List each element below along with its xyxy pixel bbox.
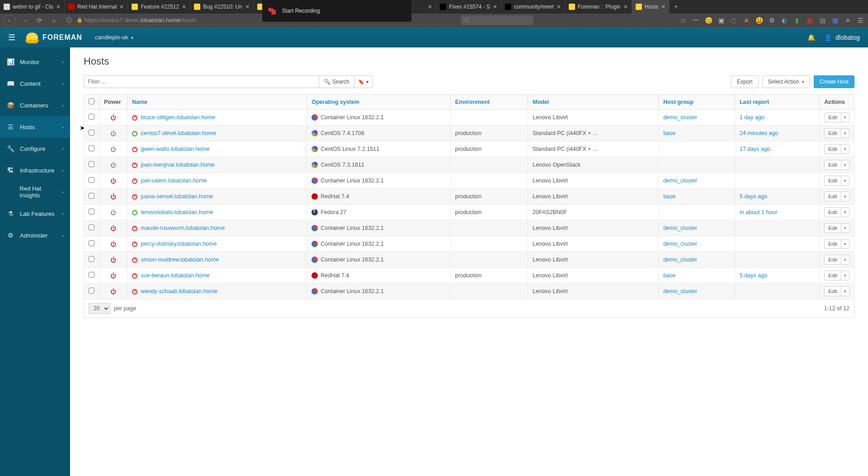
- col-os[interactable]: Operating system: [307, 95, 451, 110]
- power-icon[interactable]: ⏻: [110, 114, 116, 121]
- col-model[interactable]: Model: [528, 95, 659, 110]
- host-name-link[interactable]: gwen-walto.lobatolan.home: [141, 146, 209, 152]
- per-page-select[interactable]: 20: [89, 303, 110, 314]
- ext-icon-3[interactable]: ▣: [717, 16, 725, 24]
- row-checkbox[interactable]: [89, 209, 94, 215]
- sidebar-item-red-hat-insights[interactable]: Red Hat Insights›: [0, 181, 70, 203]
- ext-icon-9[interactable]: ▮: [793, 16, 801, 24]
- power-icon[interactable]: ⏻: [110, 288, 116, 295]
- col-hostgroup[interactable]: Host group: [659, 95, 735, 110]
- browser-tab[interactable]: Fixes #15574 - S✕: [436, 0, 501, 14]
- ext-icon-8[interactable]: ◐: [780, 16, 788, 24]
- back-button[interactable]: ←: [4, 14, 15, 26]
- browser-tab[interactable]: Foreman :: Plugin✕: [565, 0, 632, 14]
- browser-tab[interactable]: Hosts✕: [632, 0, 670, 14]
- reload-button[interactable]: ⟳: [34, 15, 44, 25]
- edit-button[interactable]: Edit: [824, 112, 841, 122]
- host-name-link[interactable]: wendy-schaab.lobatolan.home: [141, 288, 217, 294]
- host-name-link[interactable]: lenovolobato.lobatolan.home: [141, 209, 213, 215]
- row-checkbox[interactable]: [89, 288, 94, 294]
- ext-icon-13[interactable]: ≡: [844, 16, 852, 24]
- hostgroup-link[interactable]: base: [663, 130, 675, 136]
- close-icon[interactable]: ✕: [182, 4, 186, 10]
- edit-dropdown[interactable]: ▾: [841, 112, 849, 122]
- host-name-link[interactable]: percy-dolinsky.lobatolan.home: [141, 241, 217, 247]
- edit-dropdown[interactable]: ▾: [841, 286, 849, 296]
- edit-dropdown[interactable]: ▾: [841, 223, 849, 233]
- hostgroup-link[interactable]: demo_cluster: [663, 114, 697, 121]
- edit-dropdown[interactable]: ▾: [841, 255, 849, 265]
- power-icon[interactable]: ⏻: [110, 225, 116, 232]
- edit-button[interactable]: Edit: [824, 207, 841, 217]
- user-menu[interactable]: 👤 dlobatog: [824, 34, 860, 41]
- col-env[interactable]: Environment: [450, 95, 528, 110]
- row-checkbox[interactable]: [89, 272, 94, 278]
- bookmark-button[interactable]: 🔖▾: [354, 75, 373, 88]
- search-button[interactable]: 🔍Search: [319, 75, 354, 88]
- host-name-link[interactable]: bruce-stittgen.lobatolan.home: [141, 114, 215, 121]
- power-icon[interactable]: ⏻: [110, 241, 116, 247]
- export-button[interactable]: Export: [731, 75, 759, 88]
- hostgroup-link[interactable]: demo_cluster: [663, 225, 697, 231]
- row-checkbox[interactable]: [89, 161, 94, 167]
- row-checkbox[interactable]: [89, 177, 94, 183]
- row-checkbox[interactable]: [89, 145, 94, 151]
- sidebar-item-administer[interactable]: ⚙Administer›: [0, 224, 70, 246]
- edit-button[interactable]: Edit: [824, 144, 841, 154]
- forward-button[interactable]: →: [20, 15, 30, 25]
- hostgroup-link[interactable]: demo_cluster: [663, 177, 697, 184]
- edit-button[interactable]: Edit: [824, 239, 841, 249]
- hostgroup-link[interactable]: base: [663, 272, 675, 279]
- close-icon[interactable]: ✕: [661, 4, 665, 10]
- ext-icon-5[interactable]: ■: [742, 16, 750, 24]
- ext-icon-4[interactable]: ◌: [730, 16, 738, 24]
- power-icon[interactable]: ⏻: [110, 209, 116, 216]
- browser-tab[interactable]: Red Hat Internal✕: [65, 0, 128, 14]
- sidebar-item-hosts[interactable]: ☰Hosts›: [0, 116, 70, 138]
- edit-button[interactable]: Edit: [824, 255, 841, 265]
- edit-dropdown[interactable]: ▾: [841, 160, 849, 170]
- sidebar-item-monitor[interactable]: 📊Monitor›: [0, 51, 70, 73]
- edit-dropdown[interactable]: ▾: [841, 128, 849, 138]
- sidebar-item-content[interactable]: 📖Content›: [0, 73, 70, 94]
- hostgroup-link[interactable]: demo_cluster: [663, 257, 697, 263]
- last-report-link[interactable]: 17 days ago: [740, 146, 770, 152]
- edit-button[interactable]: Edit: [824, 286, 841, 296]
- select-action-button[interactable]: Select Action▾: [762, 75, 810, 88]
- ext-icon-7[interactable]: ⚙: [768, 16, 776, 24]
- edit-button[interactable]: Edit: [824, 176, 841, 186]
- host-name-link[interactable]: maude-russwurm.lobatolan.home: [141, 225, 225, 231]
- col-lastreport[interactable]: Last report: [735, 95, 819, 110]
- last-report-link[interactable]: 5 days ago: [740, 272, 767, 279]
- hostgroup-link[interactable]: demo_cluster: [663, 241, 697, 247]
- close-icon[interactable]: ✕: [428, 4, 432, 10]
- org-location-picker[interactable]: candlepin-ok▾: [95, 34, 133, 41]
- notifications-icon[interactable]: 🔔: [807, 34, 815, 41]
- library-icon[interactable]: ⏍: [679, 16, 687, 24]
- close-icon[interactable]: ✕: [623, 4, 628, 10]
- sidebar-item-infrastructure[interactable]: 🏗Infrastructure›: [0, 159, 70, 181]
- host-name-link[interactable]: sue-beraun.lobatolan.home: [141, 272, 209, 279]
- sidebar-item-lab-features[interactable]: ⚗Lab Features›: [0, 203, 70, 224]
- sidebar-toggle[interactable]: ☰: [8, 33, 15, 42]
- row-checkbox[interactable]: [89, 114, 94, 120]
- host-name-link[interactable]: joan-menjivar.lobatolan.home: [141, 162, 214, 168]
- hostgroup-link[interactable]: demo_cluster: [663, 288, 697, 294]
- edit-dropdown[interactable]: ▾: [841, 239, 849, 249]
- close-icon[interactable]: ✕: [119, 4, 124, 10]
- close-icon[interactable]: ✕: [557, 4, 561, 10]
- edit-button[interactable]: Edit: [824, 271, 841, 280]
- edit-dropdown[interactable]: ▾: [841, 271, 849, 280]
- ext-icon-12[interactable]: ▦: [831, 16, 839, 24]
- host-name-link[interactable]: simon-muldrew.lobatolan.home: [141, 257, 219, 263]
- last-report-link[interactable]: 1 day ago: [740, 114, 764, 121]
- row-checkbox[interactable]: [89, 256, 94, 262]
- host-name-link[interactable]: centos7-devel.lobatolan.home: [141, 130, 216, 136]
- row-checkbox[interactable]: [89, 193, 94, 199]
- row-checkbox[interactable]: [89, 240, 94, 246]
- power-icon[interactable]: ⏻: [110, 272, 116, 279]
- power-icon[interactable]: ⏻: [110, 162, 116, 168]
- ext-icon-11[interactable]: ▤: [818, 16, 826, 24]
- row-checkbox[interactable]: [89, 130, 94, 135]
- edit-button[interactable]: Edit: [824, 191, 841, 201]
